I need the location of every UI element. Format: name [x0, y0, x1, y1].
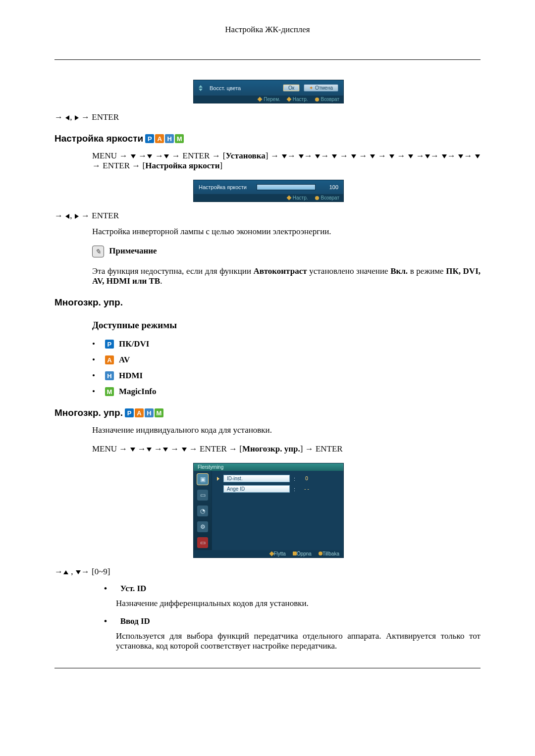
row-marker-icon [217, 477, 219, 481]
osd-row-angeid[interactable]: Ange ID : - - [217, 485, 338, 493]
badge-m-icon: M [105, 387, 114, 396]
right-arrow-icon [75, 214, 79, 219]
osd-vert-arrows-icon [199, 85, 203, 91]
mode-item-pc: P ПК/DVI [92, 339, 481, 349]
osd-side-icon-2[interactable]: ▭ [197, 490, 208, 501]
multi-desc: Назначение индивидуального кода для уста… [92, 425, 481, 435]
modes-list: P ПК/DVI A AV H HDMI M MagicInfo [92, 339, 481, 397]
badge-p-icon: P [105, 340, 114, 349]
osd-footer: Перем. Настр. Возврат [194, 96, 343, 103]
osd-brightness-value: 100 [325, 184, 338, 190]
available-modes-title: Доступные режимы [92, 320, 481, 331]
osd-menu-footer: Flytta Öppna Tillbaka [194, 550, 343, 557]
osd-brightness: Настройка яркости 100 Настр. Возврат [193, 180, 344, 202]
badge-h-icon: H [105, 371, 114, 380]
nav-line-2: → , → ENTER [54, 211, 481, 221]
mode-item-magicinfo: M MagicInfo [92, 387, 481, 397]
osd-brightness-label: Настройка яркости [199, 184, 247, 190]
osd-footer: Настр. Возврат [194, 194, 343, 202]
badge-a-icon: A [105, 355, 114, 364]
nav-line-1: → , → ENTER [54, 112, 481, 122]
multi-path: MENU → → → → → ENTER → [Многозкр. упр.] … [92, 444, 481, 454]
nav-line-3: → , → [0~9] [54, 567, 481, 577]
footer-divider [54, 668, 481, 668]
diamond-icon [286, 97, 291, 102]
mode-item-av: A AV [92, 355, 481, 365]
osd-side-icon-5[interactable]: ▭ [197, 537, 208, 548]
osd-main: ID-inst. : 0 Ange ID : - - [212, 471, 343, 550]
note-text: Эта функция недоступна, если для функции… [92, 266, 481, 286]
header-divider [54, 59, 481, 60]
up-arrow-icon [63, 570, 68, 574]
osd-body: Восст. цвета Ок ✦Отмена [194, 80, 343, 96]
osd-multi-menu: Flerstyrning ▣ ▭ ◔ ⚙ ▭ ID-inst. : 0 Ange… [193, 463, 344, 558]
circle-icon [315, 98, 319, 101]
osd-slider-fill [257, 185, 315, 190]
down-arrow-icon [76, 570, 81, 574]
osd-color-reset: Восст. цвета Ок ✦Отмена Перем. Настр. Во… [193, 80, 344, 103]
section-multi2-title: Многозкр. упр. P A H M [54, 407, 481, 418]
osd-color-label: Восст. цвета [210, 85, 241, 91]
left-arrow-icon [65, 214, 69, 219]
osd-side-icon-3[interactable]: ◔ [197, 505, 208, 516]
badge-m-icon: M [175, 134, 184, 143]
right-arrow-icon [75, 115, 79, 120]
osd-body: Настройка яркости 100 [194, 180, 343, 194]
brightness-path: MENU → → → → ENTER → [Установка] → → → →… [92, 151, 481, 171]
diamond-icon [286, 196, 291, 201]
circle-icon [319, 552, 322, 555]
osd-side-icon-4[interactable]: ⚙ [197, 521, 208, 532]
circle-icon [315, 196, 319, 200]
mode-item-hdmi: H HDMI [92, 371, 481, 381]
osd-menu-head: Flerstyrning [194, 463, 343, 471]
section-brightness-title: Настройка яркости P A H M [54, 133, 481, 144]
page-header: Настройка ЖК-дисплея [54, 25, 481, 35]
badge-a-icon: A [155, 134, 164, 143]
brightness-desc: Настройка инверторной лампы с целью экон… [92, 227, 481, 237]
badge-m-icon: M [155, 408, 163, 417]
osd-sidebar: ▣ ▭ ◔ ⚙ ▭ [194, 471, 212, 550]
badge-p-icon: P [125, 408, 134, 417]
header-title: Настройка ЖК-дисплея [225, 25, 310, 34]
sub-bullet-2: • Ввод ID Используется для выбора функци… [104, 616, 481, 651]
osd-row-idinst[interactable]: ID-inst. : 0 [217, 475, 338, 482]
sub-bullet-1: • Уст. ID Назначение дифференциальных ко… [104, 584, 481, 608]
badge-a-icon: A [135, 408, 144, 417]
osd-brightness-slider[interactable] [257, 184, 316, 190]
badge-h-icon: H [165, 134, 174, 143]
note-block: ✎ Примечание [92, 246, 481, 257]
enter-icon [293, 552, 297, 555]
section-multi-title: Многозкр. упр. [54, 297, 481, 308]
osd-cancel-button[interactable]: ✦Отмена [304, 84, 338, 92]
badge-p-icon: P [145, 134, 154, 143]
osd-ok-button[interactable]: Ок [283, 84, 300, 92]
badge-h-icon: H [145, 408, 154, 417]
osd-side-icon-1[interactable]: ▣ [197, 474, 208, 485]
left-arrow-icon [65, 115, 69, 120]
note-icon: ✎ [92, 246, 104, 257]
diamond-icon [258, 97, 263, 102]
